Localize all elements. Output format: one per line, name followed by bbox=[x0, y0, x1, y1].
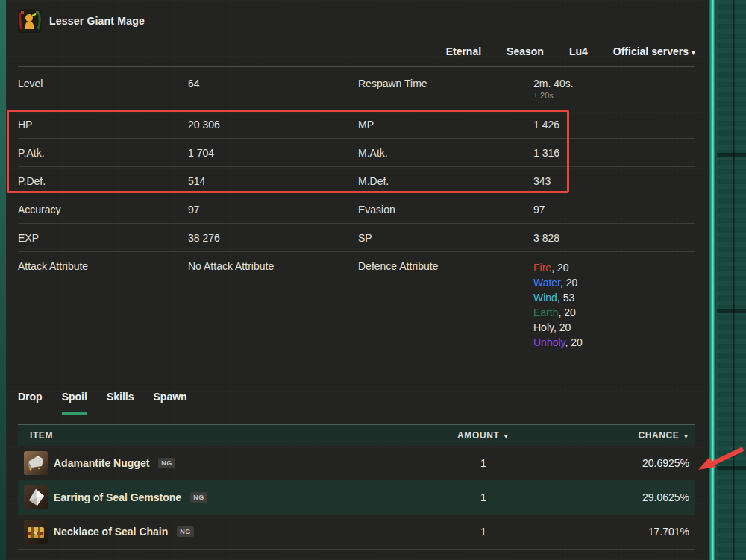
element-name: Earth bbox=[533, 306, 558, 318]
stat-label: HP bbox=[18, 110, 188, 138]
table-row[interactable]: Necklace of Seal Chain NG 1 17.701% bbox=[18, 515, 695, 549]
stat-value: 3 828 bbox=[533, 224, 695, 251]
spoil-table-header: ITEM AMOUNT▼ CHANCE▼ bbox=[18, 424, 695, 446]
monster-header: Lesser Giant Mage bbox=[18, 0, 695, 34]
table-row[interactable]: Adamantite Nugget NG 1 20.6925% bbox=[18, 446, 695, 480]
stat-label: SP bbox=[358, 224, 533, 251]
sort-desc-icon: ▼ bbox=[683, 433, 689, 440]
item-link[interactable]: Earring of Seal Gemstone bbox=[54, 491, 181, 503]
item-cell: Earring of Seal Gemstone NG bbox=[18, 485, 431, 509]
stat-value: 1 316 bbox=[533, 139, 695, 166]
table-bottom-divider bbox=[18, 549, 695, 550]
item-cell: Necklace of Seal Chain NG bbox=[18, 520, 431, 544]
tab-spoil[interactable]: Spoil bbox=[62, 391, 87, 415]
stat-label: Respawn Time bbox=[358, 67, 533, 110]
respawn-value: 2m. 40s. bbox=[533, 78, 695, 89]
stat-label: P.Def. bbox=[18, 167, 188, 195]
stat-value: 2m. 40s. ± 20s. bbox=[533, 67, 695, 110]
amount-cell: 1 bbox=[431, 491, 536, 503]
stat-row-exp-sp: EXP 38 276 SP 3 828 bbox=[18, 224, 695, 252]
defence-attr-holy: Holy, 20 bbox=[533, 320, 695, 335]
tab-official-servers-label: Official servers bbox=[613, 45, 689, 57]
column-header-amount-label: AMOUNT bbox=[457, 430, 499, 441]
right-background-texture bbox=[707, 0, 746, 560]
element-name: Water bbox=[533, 277, 560, 289]
stat-row-hp-mp: HP 20 306 MP 1 426 bbox=[18, 110, 695, 139]
spoil-table: ITEM AMOUNT▼ CHANCE▼ bbox=[18, 424, 695, 550]
stat-value: 1 426 bbox=[533, 110, 695, 138]
earring-of-seal-gemstone-icon bbox=[24, 485, 48, 509]
tab-lu4[interactable]: Lu4 bbox=[569, 45, 588, 57]
element-value: , 20 bbox=[558, 306, 575, 318]
element-name: Wind bbox=[533, 292, 557, 303]
stat-label: M.Def. bbox=[358, 167, 533, 195]
defence-attr-unholy: Unholy, 20 bbox=[533, 335, 695, 350]
table-row[interactable]: Earring of Seal Gemstone NG 1 29.0625% bbox=[18, 480, 695, 515]
main-content: Lesser Giant Mage Eternal Season Lu4 Off… bbox=[6, 0, 707, 560]
sort-desc-icon: ▼ bbox=[503, 433, 510, 440]
stat-value: 38 276 bbox=[188, 224, 358, 251]
respawn-variance: ± 20s. bbox=[533, 91, 695, 100]
column-header-amount[interactable]: AMOUNT▼ bbox=[431, 430, 536, 441]
amount-cell: 1 bbox=[431, 457, 536, 469]
stat-label: Attack Attribute bbox=[18, 252, 188, 359]
stat-row-pdef-mdef: P.Def. 514 M.Def. 343 bbox=[18, 167, 695, 195]
stat-value: 97 bbox=[533, 195, 695, 223]
section-tabs: Drop Spoil Skills Spawn bbox=[18, 391, 695, 415]
amount-cell: 1 bbox=[431, 526, 536, 538]
stat-label: EXP bbox=[18, 224, 188, 251]
stone-pillar-texture bbox=[717, 0, 746, 560]
element-name: Unholy bbox=[533, 336, 565, 348]
element-name: Fire bbox=[533, 262, 551, 274]
server-tabs: Eternal Season Lu4 Official servers▾ bbox=[18, 34, 695, 67]
chance-cell: 17.701% bbox=[536, 526, 695, 538]
stat-value: No Attack Attribute bbox=[188, 252, 358, 359]
tab-official-servers[interactable]: Official servers▾ bbox=[613, 45, 695, 57]
element-value: , 20 bbox=[560, 277, 577, 289]
stat-label: Evasion bbox=[358, 195, 533, 223]
monster-avatar-icon bbox=[18, 9, 42, 33]
element-value: , 20 bbox=[551, 262, 568, 274]
stat-value: 64 bbox=[188, 67, 358, 110]
adamantite-nugget-icon bbox=[24, 451, 48, 475]
grade-badge: NG bbox=[177, 526, 194, 537]
stat-label: P.Atk. bbox=[18, 139, 188, 166]
column-header-chance[interactable]: CHANCE▼ bbox=[536, 430, 695, 441]
element-value: , 20 bbox=[565, 336, 583, 348]
grade-badge: NG bbox=[190, 492, 207, 503]
stat-row-level: Level 64 Respawn Time 2m. 40s. ± 20s. bbox=[18, 67, 695, 110]
stat-label: MP bbox=[358, 110, 533, 138]
tab-drop[interactable]: Drop bbox=[18, 391, 43, 415]
tab-spawn[interactable]: Spawn bbox=[154, 391, 187, 415]
tab-season[interactable]: Season bbox=[507, 45, 544, 57]
stats-table: Level 64 Respawn Time 2m. 40s. ± 20s. HP… bbox=[18, 67, 695, 359]
left-border-strip bbox=[0, 0, 6, 560]
stat-label: Accuracy bbox=[18, 195, 188, 223]
tab-eternal[interactable]: Eternal bbox=[446, 45, 481, 57]
defence-attr-earth: Earth, 20 bbox=[533, 305, 695, 320]
item-link[interactable]: Adamantite Nugget bbox=[54, 457, 149, 469]
stat-value: 97 bbox=[188, 195, 358, 223]
stat-label: Defence Attribute bbox=[358, 252, 533, 359]
item-link[interactable]: Necklace of Seal Chain bbox=[54, 526, 168, 538]
grade-badge: NG bbox=[158, 458, 175, 468]
defence-attr-water: Water, 20 bbox=[533, 275, 695, 290]
stat-value: 343 bbox=[533, 167, 695, 195]
stat-value: 514 bbox=[188, 167, 358, 195]
stat-value: 20 306 bbox=[188, 110, 358, 138]
element-value: , 20 bbox=[554, 321, 571, 333]
chance-cell: 29.0625% bbox=[536, 491, 695, 503]
stat-row-patk-matk: P.Atk. 1 704 M.Atk. 1 316 bbox=[18, 139, 695, 167]
page-title: Lesser Giant Mage bbox=[49, 15, 145, 27]
chevron-down-icon: ▾ bbox=[692, 48, 695, 57]
item-cell: Adamantite Nugget NG bbox=[18, 451, 431, 475]
defence-attribute-list: Fire, 20 Water, 20 Wind, 53 Earth, 20 Ho… bbox=[533, 252, 695, 359]
column-header-chance-label: CHANCE bbox=[639, 430, 680, 441]
defence-attr-wind: Wind, 53 bbox=[533, 290, 695, 305]
element-name: Holy bbox=[533, 321, 554, 333]
defence-attr-fire: Fire, 20 bbox=[533, 260, 695, 275]
stat-value: 1 704 bbox=[188, 139, 358, 166]
necklace-of-seal-chain-icon bbox=[24, 520, 48, 544]
stat-label: M.Atk. bbox=[358, 139, 533, 166]
tab-skills[interactable]: Skills bbox=[107, 391, 134, 415]
